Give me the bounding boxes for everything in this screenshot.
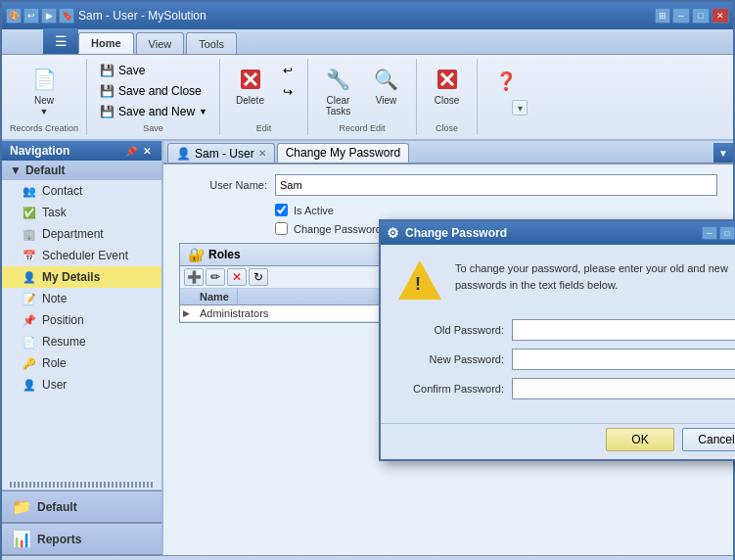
new-button[interactable]: 📄 New▼ [23, 61, 67, 119]
nav-bottom-default[interactable]: 📁 Default [2, 490, 161, 523]
close-ribbon-button[interactable]: Close [425, 61, 469, 109]
clear-tasks-icon: 🔧 [323, 64, 354, 95]
window-controls: ⊞ ─ □ ✕ [655, 8, 729, 23]
confirm-password-label: Confirm Password: [396, 383, 504, 395]
close-label: Close [435, 95, 460, 106]
nav-item-label-task: Task [42, 206, 67, 219]
nav-item-label-my-details: My Details [42, 270, 100, 284]
contact-icon: 👥 [22, 183, 37, 199]
save-new-dropdown-icon: ▼ [199, 107, 207, 117]
nav-item-user[interactable]: 👤 User [2, 374, 161, 396]
change-pw-checkbox[interactable] [275, 222, 288, 235]
app-icon-group: 🎨 ↩ ▶ 🔖 [6, 8, 74, 23]
roles-header-icon: 🔐 [188, 247, 205, 262]
note-icon: 📝 [22, 291, 37, 306]
delete-button[interactable]: Delete [228, 61, 272, 109]
save-and-close-button[interactable]: 💾 Save and Close [95, 81, 211, 101]
view-button[interactable]: 🔍 View [364, 61, 408, 119]
cancel-label: Cancel [698, 433, 734, 446]
nav-item-my-details[interactable]: 👤 My Details [2, 266, 161, 288]
nav-item-position[interactable]: 📌 Position [2, 309, 161, 331]
ok-label: OK [631, 433, 648, 446]
nav-item-label-position: Position [42, 313, 84, 327]
record-edit-section-label: Record Edit [339, 121, 385, 133]
restore-button[interactable]: □ [692, 8, 710, 23]
nav-item-label-department: Department [42, 227, 104, 241]
reports-bottom-icon: 📊 [12, 530, 31, 548]
new-password-input[interactable] [512, 349, 735, 370]
tab-sam-user-close[interactable]: ✕ [258, 148, 266, 159]
tab-sam-user[interactable]: 👤 Sam - User ✕ [167, 143, 275, 163]
delete-role-icon: ✕ [232, 270, 242, 284]
roles-delete-button[interactable]: ✕ [227, 268, 247, 286]
minimize-button[interactable]: ─ [672, 8, 690, 23]
main-window: 🎨 ↩ ▶ 🔖 Sam - User - MySolution ⊞ ─ □ ✕ … [0, 0, 735, 560]
nav-item-department[interactable]: 🏢 Department [2, 223, 161, 245]
ribbon-menu-button[interactable]: ☰ [43, 28, 78, 54]
main-content: Navigation 📌 ✕ ▼ Default 👥 Contact ✅ Tas… [2, 141, 733, 555]
tab-sam-user-icon: 👤 [176, 147, 191, 161]
close-ribbon-icon [432, 64, 463, 95]
roles-refresh-button[interactable]: ↻ [249, 268, 268, 286]
roles-row-name: Administrators [192, 305, 276, 321]
nav-item-contact[interactable]: 👥 Contact [2, 180, 161, 202]
more-button[interactable]: ▾ [512, 100, 528, 116]
dialog-titlebar: ⚙ Change Password ─ □ ✕ [381, 221, 735, 245]
dialog-title-icon: ⚙ [387, 225, 399, 241]
save-and-close-label: Save and Close [118, 84, 202, 98]
clear-tasks-label: ClearTasks [326, 95, 351, 117]
edit-section-label: Edit [256, 121, 272, 133]
tab-change-password[interactable]: Change My Password [277, 143, 409, 163]
tab-tools[interactable]: Tools [186, 32, 237, 54]
nav-item-task[interactable]: ✅ Task [2, 202, 161, 223]
old-password-input[interactable] [512, 319, 735, 341]
department-icon: 🏢 [22, 226, 37, 242]
nav-group-default[interactable]: ▼ Default [2, 161, 161, 180]
ribbon-section-record-edit: 🔧 ClearTasks 🔍 View Record Edit [308, 59, 417, 135]
tab-bar: 👤 Sam - User ✕ Change My Password ▼ [163, 141, 733, 164]
context-icon: ⊞ [655, 8, 670, 23]
username-input[interactable] [275, 174, 717, 196]
dialog-footer: OK Cancel [381, 423, 735, 459]
warning-icon [396, 257, 443, 303]
ok-button[interactable]: OK [606, 428, 674, 451]
navigation-title: Navigation [10, 144, 69, 158]
help-button[interactable]: ❓ [483, 63, 528, 100]
nav-header-controls: 📌 ✕ [124, 144, 154, 158]
dialog-minimize-button[interactable]: ─ [702, 226, 717, 240]
nav-item-label-resume: Resume [42, 335, 86, 349]
nav-item-role[interactable]: 🔑 Role [2, 352, 161, 374]
tab-home[interactable]: Home [78, 32, 134, 54]
nav-close-icon[interactable]: ✕ [140, 144, 154, 158]
nav-item-resume[interactable]: 📄 Resume [2, 331, 161, 352]
roles-title: Roles [208, 248, 241, 261]
redo-button[interactable]: ↪ [276, 82, 299, 102]
save-button[interactable]: 💾 Save [95, 61, 211, 80]
roles-arrow-header [180, 289, 192, 304]
clear-tasks-button[interactable]: 🔧 ClearTasks [316, 61, 360, 119]
nav-item-label-role: Role [42, 356, 67, 370]
cancel-button[interactable]: Cancel [682, 428, 735, 451]
roles-add-button[interactable]: ➕ [184, 268, 204, 286]
is-active-checkbox[interactable] [275, 204, 288, 216]
nav-pin-icon[interactable]: 📌 [124, 144, 138, 158]
nav-bottom-reports[interactable]: 📊 Reports [2, 523, 161, 555]
confirm-password-input[interactable] [512, 378, 735, 399]
undo-button[interactable]: ↩ [276, 61, 299, 80]
app-icon-4: 🔖 [59, 8, 74, 23]
nav-item-scheduler-event[interactable]: 📅 Scheduler Event [2, 245, 161, 266]
nav-item-note[interactable]: 📝 Note [2, 288, 161, 309]
view-label: View [376, 95, 397, 106]
app-icon-1: 🎨 [6, 8, 22, 23]
roles-edit-button[interactable]: ✏ [206, 268, 225, 286]
delete-label: Delete [236, 95, 264, 106]
is-active-label: Is Active [294, 205, 334, 216]
dialog-body: To change your password, please enter yo… [381, 245, 735, 423]
close-button[interactable]: ✕ [712, 8, 729, 23]
ribbon-tab-bar: ☰ Home View Tools [2, 29, 733, 55]
window-title: Sam - User - MySolution [78, 9, 207, 23]
tab-view[interactable]: View [136, 32, 185, 54]
tab-expand-button[interactable]: ▼ [713, 143, 733, 163]
save-and-new-button[interactable]: 💾 Save and New ▼ [95, 102, 211, 121]
dialog-restore-button[interactable]: □ [719, 226, 735, 240]
